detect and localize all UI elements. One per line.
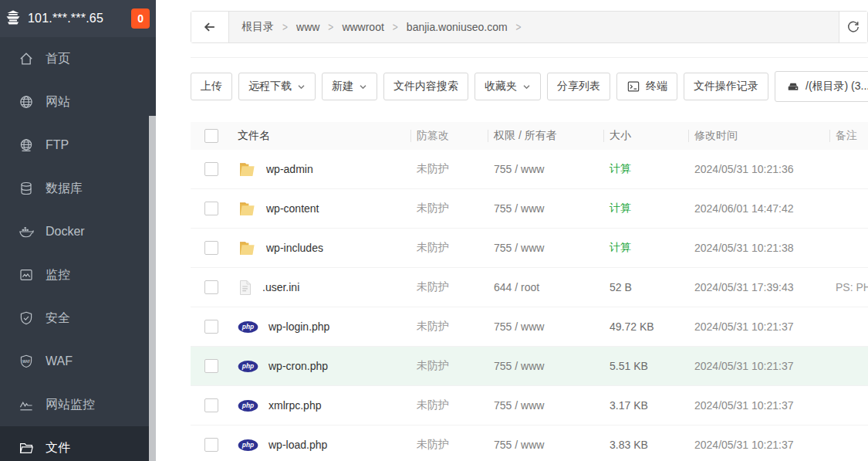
calc-size-link[interactable]: 计算: [610, 202, 631, 214]
toolbar-button-upload[interactable]: 上传: [191, 73, 232, 100]
tamper-status: 未防护: [410, 320, 488, 334]
row-checkbox[interactable]: [204, 438, 218, 452]
row-checkbox[interactable]: [204, 320, 218, 334]
tamper-status: 未防护: [410, 241, 488, 255]
sidebar-item-label: WAF: [46, 354, 73, 368]
globe-icon: [19, 94, 34, 110]
permission-owner: 755 / www: [488, 320, 603, 333]
permission-owner: 755 / www: [488, 360, 603, 372]
row-checkbox[interactable]: [204, 241, 218, 255]
toolbar-button-remote-download[interactable]: 远程下载: [238, 73, 316, 100]
table-row: wp-includes未防护755 / www计算2024/05/31 10:2…: [191, 229, 868, 268]
sidebar-item-security[interactable]: 安全: [0, 297, 156, 340]
row-checkbox-cell: [191, 438, 231, 452]
table-row: phpwp-login.php未防护755 / www49.72 KB2024/…: [191, 307, 868, 347]
sidebar-item-site-monitor[interactable]: 网站监控: [0, 383, 156, 426]
tamper-status: 未防护: [410, 359, 488, 373]
main-content: 根目录>www>wwwroot>banjia.woniuseo.com> 上传远…: [156, 0, 868, 461]
svg-text:php: php: [241, 441, 254, 449]
message-badge[interactable]: 0: [131, 8, 150, 29]
breadcrumb-item[interactable]: banjia.woniuseo.com: [407, 21, 508, 33]
file-size-cell: 计算: [603, 202, 688, 215]
table-row: phpxmlrpc.php未防护755 / www3.17 KB2024/05/…: [191, 386, 868, 425]
toolbar-button-content-search[interactable]: 文件内容搜索: [383, 73, 468, 100]
toolbar-button-disk-select[interactable]: /(根目录) (3...: [775, 71, 868, 102]
calc-size-link[interactable]: 计算: [610, 241, 631, 253]
file-size-cell: 3.17 KB: [603, 399, 688, 412]
remark: PS: PH: [829, 281, 868, 293]
breadcrumb-item[interactable]: 根目录: [241, 20, 274, 34]
section-divider: [191, 57, 868, 58]
server-ip[interactable]: 101.***.***.65: [28, 12, 127, 25]
modified-time: 2024/05/31 10:21:38: [688, 242, 829, 254]
toolbar-button-label: /(根目录) (3...: [806, 80, 868, 93]
sidebar-item-database[interactable]: 数据库: [0, 167, 156, 210]
column-header: 防篡改: [410, 122, 488, 150]
sidebar-item-monitor[interactable]: 监控: [0, 253, 156, 297]
file-size-cell: 计算: [603, 241, 688, 255]
toolbar: 上传远程下载新建文件内容搜索收藏夹分享列表终端文件操作记录/(根目录) (3..…: [191, 71, 868, 102]
permission-owner: 755 / www: [488, 399, 603, 412]
sidebar-nav: 首页网站FTP数据库Docker监控安全WAFWAF网站监控文件: [0, 37, 156, 461]
row-checkbox[interactable]: [204, 280, 218, 294]
file-generic-icon: [238, 280, 252, 296]
file-name[interactable]: .user.ini: [262, 281, 299, 293]
toolbar-button-label: 新建: [332, 80, 353, 93]
table-row: phpwp-load.php未防护755 / www3.83 KB2024/05…: [191, 425, 868, 461]
row-checkbox[interactable]: [204, 162, 218, 176]
toolbar-button-label: 终端: [646, 80, 667, 93]
file-name[interactable]: wp-content: [266, 202, 319, 215]
sidebar-item-ftp[interactable]: FTP: [0, 124, 156, 167]
file-php-icon: php: [238, 399, 258, 412]
row-checkbox[interactable]: [204, 202, 218, 215]
tamper-status: 未防护: [410, 280, 488, 294]
file-name[interactable]: wp-cron.php: [269, 360, 328, 372]
breadcrumb-item[interactable]: www: [296, 21, 319, 33]
svg-text:php: php: [241, 323, 254, 330]
sidebar-item-website[interactable]: 网站: [0, 80, 156, 124]
back-button[interactable]: [191, 12, 229, 42]
header-checkbox-cell: [191, 122, 231, 150]
shield-check-icon: [19, 310, 34, 326]
breadcrumb-item[interactable]: wwwroot: [342, 21, 383, 33]
bt-panel-logo-icon[interactable]: [3, 8, 23, 29]
sidebar-item-home[interactable]: 首页: [0, 37, 156, 80]
modified-time: 2024/05/31 10:21:37: [688, 360, 829, 372]
select-all-checkbox[interactable]: [204, 129, 218, 143]
globe-alt-icon: [19, 137, 34, 153]
row-checkbox-cell: [191, 398, 231, 412]
file-name[interactable]: xmlrpc.php: [269, 399, 321, 412]
home-icon: [19, 51, 34, 66]
sidebar-scrollbar[interactable]: [149, 116, 156, 461]
modified-time: 2024/05/31 10:21:37: [688, 320, 829, 333]
sidebar-item-files[interactable]: 文件: [0, 426, 156, 461]
disk-icon: [786, 80, 800, 93]
toolbar-button-share-list[interactable]: 分享列表: [547, 73, 610, 100]
file-folder-icon: [238, 240, 256, 256]
row-checkbox[interactable]: [204, 398, 218, 412]
modified-time: 2024/06/01 14:47:42: [688, 202, 829, 215]
toolbar-button-terminal[interactable]: 终端: [616, 73, 677, 100]
permission-owner: 644 / root: [488, 281, 603, 293]
file-name[interactable]: wp-login.php: [269, 320, 329, 333]
toolbar-button-label: 上传: [201, 80, 222, 93]
sidebar-item-docker[interactable]: Docker: [0, 210, 156, 253]
sidebar-item-label: 网站: [46, 94, 70, 110]
toolbar-button-new[interactable]: 新建: [322, 73, 377, 100]
breadcrumb: 根目录>www>wwwroot>banjia.woniuseo.com>: [229, 12, 839, 42]
sidebar-item-label: 监控: [46, 267, 70, 283]
file-size: 49.72 KB: [610, 320, 654, 333]
toolbar-button-label: 远程下载: [248, 80, 292, 93]
toolbar-button-file-log[interactable]: 文件操作记录: [684, 73, 768, 100]
tamper-status: 未防护: [410, 202, 488, 215]
row-checkbox[interactable]: [204, 359, 218, 373]
refresh-button[interactable]: [839, 12, 867, 42]
file-size: 3.17 KB: [610, 399, 648, 412]
calc-size-link[interactable]: 计算: [610, 162, 631, 175]
file-name[interactable]: wp-load.php: [269, 439, 327, 451]
file-name[interactable]: wp-admin: [266, 163, 313, 175]
file-name[interactable]: wp-includes: [266, 242, 323, 254]
sidebar-item-waf[interactable]: WAFWAF: [0, 340, 156, 383]
toolbar-button-favorites[interactable]: 收藏夹: [475, 73, 541, 100]
row-checkbox-cell: [191, 320, 231, 334]
